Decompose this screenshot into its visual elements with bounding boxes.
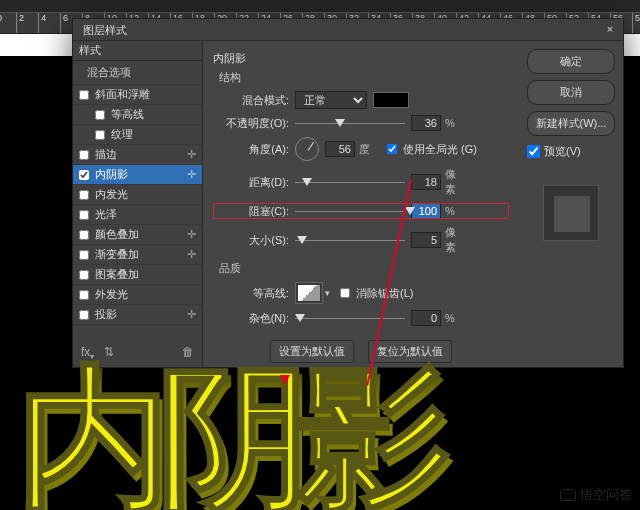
row-size: 大小(S): 5 像素 bbox=[213, 225, 509, 255]
choke-label: 阻塞(C): bbox=[225, 204, 289, 219]
angle-label: 角度(A): bbox=[225, 142, 289, 157]
size-slider[interactable] bbox=[295, 234, 405, 246]
style-checkbox[interactable] bbox=[95, 130, 105, 140]
sidebar-blend-options[interactable]: 混合选项 bbox=[73, 61, 202, 85]
sidebar-item-10[interactable]: 外发光 bbox=[73, 285, 202, 305]
angle-value[interactable]: 56 bbox=[325, 141, 355, 157]
dialog-actions: 确定 取消 新建样式(W)... 预览(V) bbox=[519, 41, 623, 367]
row-noise: 杂色(N): 0 % bbox=[213, 310, 509, 326]
choke-slider[interactable] bbox=[295, 205, 405, 217]
sidebar-item-5[interactable]: 内发光 bbox=[73, 185, 202, 205]
preview-label: 预览(V) bbox=[544, 144, 581, 159]
plus-icon[interactable]: ✛ bbox=[187, 308, 196, 321]
preview-swatch bbox=[543, 185, 599, 241]
global-light-label: 使用全局光 (G) bbox=[403, 142, 477, 157]
row-contour: 等高线: ▾ 消除锯齿(L) bbox=[213, 282, 509, 304]
distance-slider[interactable] bbox=[295, 176, 405, 188]
dialog-title: 图层样式 bbox=[83, 24, 127, 36]
ruler-tick: 58 bbox=[632, 13, 640, 34]
style-checkbox[interactable] bbox=[95, 110, 105, 120]
blend-mode-label: 混合模式: bbox=[225, 93, 289, 108]
panel-title: 内阴影 bbox=[213, 51, 509, 66]
size-label: 大小(S): bbox=[225, 233, 289, 248]
sidebar-item-2[interactable]: 纹理 bbox=[73, 125, 202, 145]
sidebar-item-label: 渐变叠加 bbox=[95, 247, 139, 262]
style-checkbox[interactable] bbox=[79, 150, 89, 160]
plus-icon[interactable]: ✛ bbox=[187, 228, 196, 241]
noise-slider[interactable] bbox=[295, 312, 405, 324]
row-opacity: 不透明度(O): 36 % bbox=[213, 115, 509, 131]
sidebar-item-label: 内阴影 bbox=[95, 167, 128, 182]
sidebar-item-label: 等高线 bbox=[111, 107, 144, 122]
row-distance: 距离(D): 18 像素 bbox=[213, 167, 509, 197]
global-light-checkbox[interactable] bbox=[387, 144, 397, 154]
choke-value[interactable]: 100 bbox=[411, 203, 441, 219]
row-choke: 阻塞(C): 100 % bbox=[213, 203, 509, 219]
style-checkbox[interactable] bbox=[79, 270, 89, 280]
plus-icon[interactable]: ✛ bbox=[187, 248, 196, 261]
sidebar-item-9[interactable]: 图案叠加 bbox=[73, 265, 202, 285]
noise-value[interactable]: 0 bbox=[411, 310, 441, 326]
sidebar-item-11[interactable]: 投影✛ bbox=[73, 305, 202, 325]
sidebar-item-label: 光泽 bbox=[95, 207, 117, 222]
inner-shadow-display-text: 内阴影 bbox=[16, 360, 436, 510]
preview-checkbox[interactable] bbox=[527, 145, 540, 158]
opacity-slider[interactable] bbox=[295, 117, 405, 129]
sidebar-styles-header[interactable]: 样式 bbox=[73, 41, 202, 61]
sidebar-item-0[interactable]: 斜面和浮雕 bbox=[73, 85, 202, 105]
style-checkbox[interactable] bbox=[79, 190, 89, 200]
style-sidebar: 样式 混合选项 斜面和浮雕等高线纹理描边✛内阴影✛内发光光泽颜色叠加✛渐变叠加✛… bbox=[73, 41, 203, 367]
sidebar-item-1[interactable]: 等高线 bbox=[73, 105, 202, 125]
plus-icon[interactable]: ✛ bbox=[187, 148, 196, 161]
watermark-icon bbox=[560, 489, 576, 501]
opacity-label: 不透明度(O): bbox=[225, 116, 289, 131]
row-angle: 角度(A): 56 度 使用全局光 (G) bbox=[213, 137, 509, 161]
structure-title: 结构 bbox=[219, 70, 509, 85]
distance-label: 距离(D): bbox=[225, 175, 289, 190]
shadow-color-swatch[interactable] bbox=[373, 92, 409, 108]
contour-picker[interactable] bbox=[295, 282, 323, 304]
antialias-checkbox[interactable] bbox=[340, 288, 350, 298]
sidebar-item-4[interactable]: 内阴影✛ bbox=[73, 165, 202, 185]
style-checkbox[interactable] bbox=[79, 90, 89, 100]
opacity-value[interactable]: 36 bbox=[411, 115, 441, 131]
sidebar-item-label: 斜面和浮雕 bbox=[95, 87, 150, 102]
ruler-tick: 0 bbox=[0, 13, 2, 34]
plus-icon[interactable]: ✛ bbox=[187, 168, 196, 181]
sidebar-item-label: 颜色叠加 bbox=[95, 227, 139, 242]
row-blend-mode: 混合模式: 正常 bbox=[213, 91, 509, 109]
ruler-tick: 6 bbox=[60, 13, 68, 34]
style-checkbox[interactable] bbox=[79, 250, 89, 260]
sidebar-item-8[interactable]: 渐变叠加✛ bbox=[73, 245, 202, 265]
settings-panel: 内阴影 结构 混合模式: 正常 不透明度(O): 36 % 角度(A): 56 … bbox=[203, 41, 519, 367]
style-checkbox[interactable] bbox=[79, 310, 89, 320]
close-icon[interactable]: × bbox=[603, 22, 617, 36]
chevron-down-icon[interactable]: ▾ bbox=[325, 288, 330, 298]
cancel-button[interactable]: 取消 bbox=[527, 80, 615, 105]
quality-title: 品质 bbox=[219, 261, 509, 276]
sidebar-item-7[interactable]: 颜色叠加✛ bbox=[73, 225, 202, 245]
sidebar-item-label: 外发光 bbox=[95, 287, 128, 302]
style-checkbox[interactable] bbox=[79, 230, 89, 240]
ok-button[interactable]: 确定 bbox=[527, 49, 615, 74]
preview-toggle[interactable]: 预览(V) bbox=[527, 144, 615, 159]
sidebar-item-label: 内发光 bbox=[95, 187, 128, 202]
sidebar-item-label: 描边 bbox=[95, 147, 117, 162]
distance-value[interactable]: 18 bbox=[411, 174, 441, 190]
style-checkbox[interactable] bbox=[79, 290, 89, 300]
dialog-titlebar[interactable]: 图层样式 × bbox=[73, 19, 623, 41]
watermark: 悟空问答 bbox=[560, 486, 632, 504]
blend-mode-select[interactable]: 正常 bbox=[295, 91, 367, 109]
style-checkbox[interactable] bbox=[79, 210, 89, 220]
sidebar-item-label: 纹理 bbox=[111, 127, 133, 142]
new-style-button[interactable]: 新建样式(W)... bbox=[527, 111, 615, 136]
contour-label: 等高线: bbox=[225, 286, 289, 301]
sidebar-item-label: 图案叠加 bbox=[95, 267, 139, 282]
size-value[interactable]: 5 bbox=[411, 232, 441, 248]
sidebar-item-3[interactable]: 描边✛ bbox=[73, 145, 202, 165]
ruler-tick: 4 bbox=[38, 13, 46, 34]
sidebar-item-6[interactable]: 光泽 bbox=[73, 205, 202, 225]
ruler-tick: 2 bbox=[16, 13, 24, 34]
angle-dial[interactable] bbox=[295, 137, 319, 161]
style-checkbox[interactable] bbox=[79, 170, 89, 180]
